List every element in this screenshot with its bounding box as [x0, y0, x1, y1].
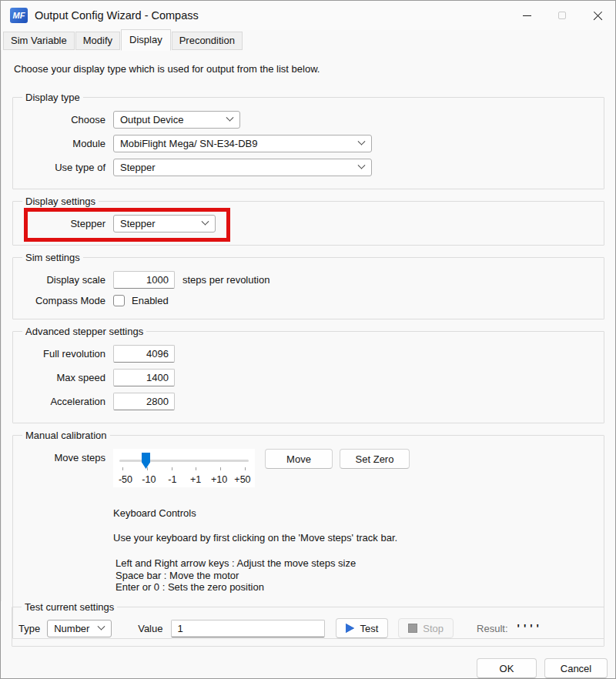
- keyboard-controls-line: Enter or 0 : Sets the zero position: [116, 581, 598, 593]
- use-type-select-value: Stepper: [120, 162, 359, 173]
- display-type-legend: Display type: [22, 92, 83, 103]
- acceleration-label: Acceleration: [19, 396, 105, 407]
- advanced-stepper-settings-legend: Advanced stepper settings: [22, 326, 146, 337]
- mobiflight-logo-text: MF: [13, 11, 25, 20]
- chevron-down-icon: [226, 114, 234, 122]
- mobiflight-logo-icon: MF: [10, 8, 28, 23]
- play-icon: [346, 624, 354, 633]
- minimize-button[interactable]: [509, 1, 544, 30]
- tab-display[interactable]: Display: [121, 29, 171, 51]
- choose-label: Choose: [19, 114, 105, 125]
- display-scale-input[interactable]: [113, 271, 175, 289]
- acceleration-row: Acceleration: [19, 393, 598, 410]
- compass-mode-option-label: Enabled: [132, 295, 169, 306]
- result-label: Result:: [477, 623, 507, 634]
- chevron-down-icon: [358, 138, 366, 146]
- stop-icon: [408, 624, 417, 633]
- keyboard-controls-intro: Use your keyboard by first clicking on t…: [113, 532, 492, 544]
- ok-button[interactable]: OK: [477, 658, 537, 678]
- close-icon: [593, 11, 603, 21]
- test-current-settings-group: Test current settings Type Number Value …: [12, 601, 604, 647]
- tick-label: +1: [184, 474, 207, 485]
- display-tab-page: Choose your display type which is used f…: [1, 50, 615, 601]
- result-value: '''': [517, 622, 543, 634]
- slider-tick: [196, 467, 196, 470]
- stop-button[interactable]: Stop: [398, 618, 454, 638]
- test-button-label: Test: [360, 623, 378, 634]
- slider-tick: [147, 467, 148, 470]
- sim-settings-group: Sim settings Display scale steps per rev…: [12, 252, 604, 319]
- tick-label: +50: [231, 474, 254, 485]
- manual-calibration-legend: Manual calibration: [22, 430, 110, 441]
- set-zero-button[interactable]: Set Zero: [340, 449, 410, 469]
- keyboard-controls-block: Keyboard Controls Use your keyboard by f…: [113, 507, 598, 593]
- display-type-select-value: Output Device: [120, 114, 227, 125]
- stepper-select[interactable]: Stepper: [113, 215, 216, 232]
- move-steps-row: Move steps -50 -10: [19, 449, 598, 487]
- test-type-label: Type: [18, 623, 40, 634]
- tick-label: -50: [114, 474, 137, 485]
- titlebar: MF Output Config Wizard - Compass: [1, 1, 615, 30]
- advanced-stepper-settings-group: Advanced stepper settings Full revolutio…: [12, 326, 604, 423]
- page-description: Choose your display type which is used f…: [14, 63, 603, 75]
- test-type-select-value: Number: [54, 623, 99, 634]
- display-scale-suffix: steps per revolution: [182, 274, 270, 286]
- test-value-input[interactable]: [171, 620, 325, 637]
- stepper-row: Stepper Stepper: [19, 215, 598, 232]
- sim-settings-legend: Sim settings: [22, 252, 83, 263]
- keyboard-controls-lines: Left and Right arrow keys : Adjust the m…: [113, 557, 598, 593]
- keyboard-controls-line: Left and Right arrow keys : Adjust the m…: [116, 557, 598, 569]
- stop-button-label: Stop: [423, 623, 444, 634]
- dialog-footer: OK Cancel: [1, 653, 615, 678]
- acceleration-input[interactable]: [113, 393, 175, 410]
- maximize-icon: [558, 12, 566, 19]
- max-speed-input[interactable]: [113, 369, 175, 386]
- display-scale-row: Display scale steps per revolution: [19, 271, 598, 289]
- compass-mode-row: Compass Mode Enabled: [19, 295, 598, 306]
- stepper-label: Stepper: [19, 218, 105, 229]
- module-row: Module MobiFlight Mega/ SN-E34-DB9: [19, 135, 598, 152]
- use-type-label: Use type of: [19, 162, 105, 173]
- tab-strip: Sim Variable Modify Display Precondition: [1, 30, 615, 50]
- display-settings-group: Display settings Stepper Stepper: [12, 196, 604, 246]
- tick-label: +10: [208, 474, 231, 485]
- close-button[interactable]: [580, 1, 615, 30]
- slider-tickmarks: [113, 467, 255, 471]
- tick-label: -10: [137, 474, 160, 485]
- slider-tick: [245, 467, 246, 470]
- chevron-down-icon: [202, 218, 209, 226]
- tab-precondition[interactable]: Precondition: [172, 32, 243, 50]
- tab-modify[interactable]: Modify: [75, 32, 120, 50]
- use-type-row: Use type of Stepper: [19, 159, 598, 176]
- minimize-icon: [523, 15, 531, 16]
- tick-label: -1: [161, 474, 184, 485]
- slider-tick: [172, 467, 172, 470]
- slider-thumb[interactable]: [142, 453, 150, 469]
- test-value-label: Value: [138, 623, 162, 634]
- keyboard-controls-title: Keyboard Controls: [113, 507, 598, 519]
- slider-tick: [122, 467, 123, 470]
- tab-sim-variable[interactable]: Sim Variable: [3, 32, 75, 50]
- test-button[interactable]: Test: [336, 618, 388, 638]
- keyboard-controls-line: Space bar : Move the motor: [116, 570, 598, 581]
- move-button[interactable]: Move: [265, 449, 333, 469]
- slider-tick: [220, 467, 221, 470]
- display-settings-legend: Display settings: [22, 196, 99, 207]
- compass-mode-checkbox[interactable]: [113, 295, 125, 306]
- window-controls: [509, 1, 615, 30]
- output-config-wizard-window: MF Output Config Wizard - Compass Sim Va…: [0, 0, 616, 679]
- full-revolution-input[interactable]: [113, 345, 175, 363]
- test-type-select[interactable]: Number: [47, 620, 112, 637]
- slider-track[interactable]: [119, 460, 249, 462]
- module-select[interactable]: MobiFlight Mega/ SN-E34-DB9: [113, 135, 372, 152]
- move-steps-slider[interactable]: -50 -10 -1 +1 +10 +50: [113, 449, 255, 487]
- maximize-button[interactable]: [544, 1, 580, 30]
- max-speed-label: Max speed: [19, 372, 105, 383]
- slider-tick-labels: -50 -10 -1 +1 +10 +50: [113, 474, 255, 485]
- choose-row: Choose Output Device: [19, 111, 598, 129]
- display-type-select[interactable]: Output Device: [113, 111, 240, 129]
- use-type-select[interactable]: Stepper: [113, 159, 372, 176]
- cancel-button[interactable]: Cancel: [544, 658, 608, 678]
- test-row: Type Number Value Test Stop Result: '''': [18, 618, 598, 638]
- module-select-value: MobiFlight Mega/ SN-E34-DB9: [120, 138, 359, 149]
